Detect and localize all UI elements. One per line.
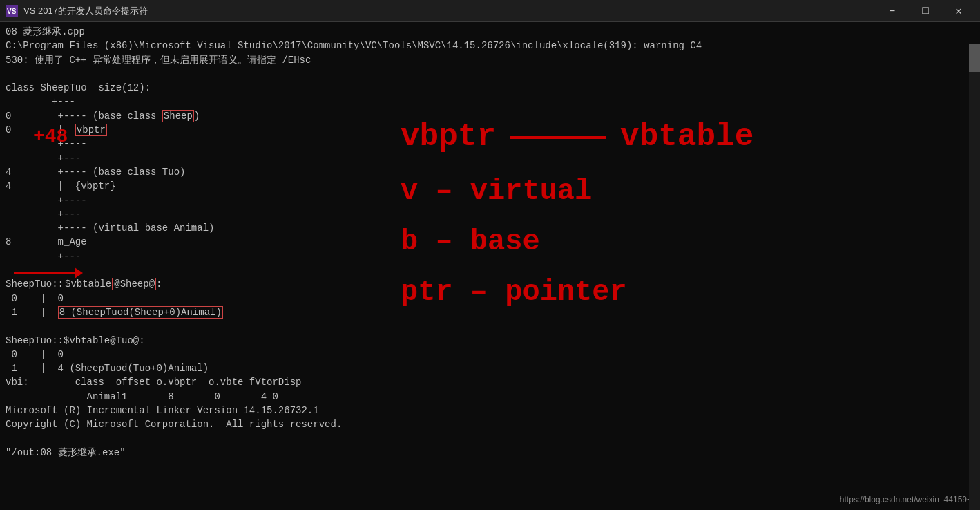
- annotation-b-line: b – base: [401, 219, 753, 265]
- number-48-annotation: +48: [33, 126, 68, 147]
- annotation-underline: [510, 136, 606, 139]
- console-line-linker: Microsoft (R) Incremental Linker Version…: [6, 404, 974, 417]
- maximize-button[interactable]: □: [910, 0, 941, 22]
- console-window: 08 菱形继承.cpp C:\Program Files (x86)\Micro…: [0, 22, 980, 510]
- close-button[interactable]: ✕: [943, 0, 974, 22]
- minimize-button[interactable]: –: [876, 0, 908, 22]
- console-line-1: 08 菱形继承.cpp: [6, 25, 974, 39]
- annotation-v-virtual: v – virtual: [401, 175, 592, 208]
- app-icon: VS: [6, 5, 18, 17]
- console-line-vbt5: 0 | 0: [6, 348, 974, 361]
- console-line-vbt6: 1 | 4 (SheepTuod(Tuo+0)Animal): [6, 361, 974, 375]
- annotation-ptr-pointer: ptr – pointer: [401, 276, 627, 309]
- arrow-line-mage: [14, 272, 76, 274]
- annotation-block: vbptr vbtable v – virtual b – base ptr –…: [401, 112, 753, 316]
- annotation-vbptr-line: vbptr vbtable: [401, 112, 753, 163]
- console-line-copyright: Copyright (C) Microsoft Corporation. All…: [6, 417, 974, 431]
- annotation-b-base: b – base: [401, 225, 540, 258]
- window-controls: – □ ✕: [876, 0, 974, 22]
- blog-url: https://blog.csdn.net/weixin_44159+: [840, 495, 972, 504]
- console-line-5: +---: [6, 95, 974, 108]
- console-line-3: 530: 使用了 C++ 异常处理程序，但未启用展开语义。请指定 /EHsc: [6, 53, 974, 67]
- annotation-v-line: v – virtual: [401, 169, 753, 215]
- scrollbar[interactable]: [969, 44, 980, 510]
- console-blank4: [6, 432, 974, 446]
- annotation-vbptr: vbptr: [401, 112, 496, 163]
- title-bar: VS VS 2017的开发人员命令提示符 – □ ✕: [0, 0, 980, 22]
- console-line-animal: Animal1 8 0 4 0: [6, 390, 974, 404]
- window-title: VS 2017的开发人员命令提示符: [23, 5, 876, 17]
- console-line-2: C:\Program Files (x86)\Microsoft Visual …: [6, 39, 974, 53]
- annotation-vbtable: vbtable: [620, 112, 753, 163]
- console-line-blank1: [6, 67, 974, 81]
- console-line-class: class SheepTuo size(12):: [6, 81, 974, 95]
- arrow-head-mage: [75, 267, 83, 278]
- svg-text:VS: VS: [7, 8, 17, 15]
- console-blank3: [6, 319, 974, 333]
- annotation-ptr-line: ptr – pointer: [401, 270, 753, 316]
- console-line-vbi: vbi: class offset o.vbptr o.vbte fVtorDi…: [6, 375, 974, 389]
- scrollbar-thumb[interactable]: [969, 44, 980, 72]
- console-line-vbt4: SheepTuo::$vbtable@Tuo@:: [6, 334, 974, 348]
- console-line-out: "/out:08 菱形继承.exe": [6, 446, 974, 460]
